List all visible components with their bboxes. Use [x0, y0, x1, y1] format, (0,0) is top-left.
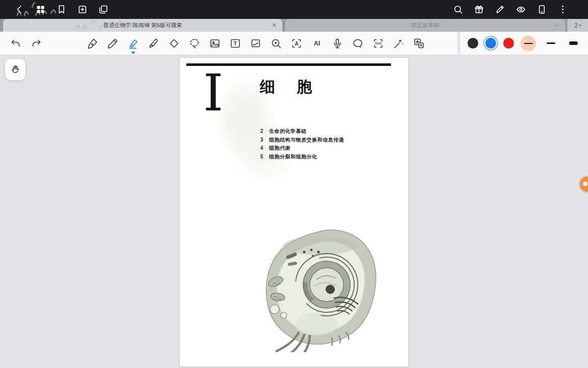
tab-close-button[interactable]: ✕ — [555, 22, 559, 28]
text-recognition-icon: A — [290, 37, 303, 50]
more-dots-icon — [557, 4, 568, 15]
svg-text:AI: AI — [314, 40, 320, 47]
svg-text:A: A — [420, 43, 423, 48]
tool-microphone[interactable] — [331, 37, 344, 50]
document-tab-bar: 普通生物学 陈阅增 第5版可搜索 ✕ 第五版草稿 ✕ 2 ▾ — [0, 19, 588, 32]
color-swatch-red[interactable] — [503, 38, 514, 49]
eraser-icon — [168, 37, 180, 50]
thickness-thin[interactable] — [521, 36, 536, 51]
tool-lasso[interactable] — [188, 37, 201, 50]
highlighter-icon — [127, 37, 139, 50]
shape-icon — [250, 37, 262, 50]
thickness-thick[interactable] — [566, 36, 581, 51]
bookmark-icon — [56, 4, 67, 15]
tab-active-document[interactable]: 普通生物学 陈阅增 第5版可搜索 ✕ — [3, 19, 282, 32]
search-icon — [453, 4, 463, 15]
add-page-icon — [77, 4, 88, 15]
tool-shape[interactable] — [249, 37, 262, 50]
record-dot-icon — [583, 181, 587, 186]
undo-button[interactable] — [9, 37, 22, 50]
tab-count-dropdown[interactable]: 2 ▾ — [567, 19, 588, 32]
tools-panel: T A AI — [0, 32, 457, 55]
search-button[interactable] — [452, 4, 464, 16]
chapter-list: 2 生命的化学基础 3 细胞结构与物质交换和信息传递 4 细胞代谢 5 细胞分裂… — [260, 129, 344, 163]
color-swatch-black[interactable] — [468, 38, 478, 49]
chapter-number: 4 — [260, 146, 264, 151]
tool-ballpoint-pen[interactable] — [106, 37, 119, 50]
back-button[interactable] — [13, 4, 26, 16]
annotation-toolbar: T A AI — [0, 32, 588, 55]
tab-title: 第五版草稿 — [411, 21, 439, 29]
tool-ai[interactable]: AI — [310, 37, 324, 50]
tool-comment[interactable] — [351, 37, 364, 50]
tool-text-box[interactable]: T — [229, 37, 242, 50]
microphone-icon — [331, 37, 344, 50]
color-swatch-blue[interactable] — [485, 38, 496, 49]
tool-translate[interactable]: A — [412, 37, 426, 50]
chapter-number: 3 — [260, 137, 264, 143]
chevron-down-icon: ▾ — [579, 23, 581, 28]
color-thickness-panel — [460, 32, 588, 55]
tab-inactive-document[interactable]: 第五版草稿 ✕ — [285, 19, 565, 32]
duplicate-page-button[interactable] — [97, 4, 109, 16]
add-page-button[interactable] — [76, 4, 88, 16]
chapter-number: 2 — [260, 129, 264, 134]
list-item: 5 细胞分裂和细胞分化 — [260, 154, 344, 160]
page-title: 细 胞 — [260, 77, 321, 98]
top-navigation-bar — [0, 0, 588, 19]
back-chevron-icon — [14, 4, 25, 15]
view-mode-button[interactable] — [514, 4, 527, 16]
tool-magnifier[interactable] — [270, 37, 283, 50]
part-number: I — [203, 67, 224, 119]
screen-record-button[interactable] — [580, 176, 588, 192]
hand-gesture-icon — [10, 64, 21, 75]
device-frame-button[interactable] — [535, 4, 548, 16]
brush-pen-icon — [148, 37, 160, 50]
pages-overview-button[interactable] — [34, 4, 46, 16]
chapter-number: 5 — [260, 154, 264, 160]
duplicate-page-icon — [98, 4, 109, 15]
svg-text:OCR: OCR — [375, 42, 381, 45]
bookmark-button[interactable] — [55, 4, 67, 16]
svg-text:A: A — [295, 40, 298, 46]
floating-tool-button[interactable] — [5, 59, 26, 80]
annotate-button[interactable] — [494, 4, 506, 16]
gift-button[interactable] — [473, 4, 485, 16]
image-icon — [209, 37, 221, 50]
tool-insert-image[interactable] — [208, 37, 222, 50]
lasso-icon — [188, 37, 201, 50]
tool-laser-pointer[interactable] — [392, 37, 405, 50]
list-item: 2 生命的化学基础 — [260, 129, 344, 134]
chapter-title: 细胞结构与物质交换和信息传递 — [269, 137, 344, 143]
tab-count-value: 2 — [574, 22, 578, 29]
laser-pointer-icon — [393, 37, 405, 50]
chapter-title: 细胞分裂和细胞分化 — [269, 154, 317, 160]
grid-icon — [35, 4, 46, 15]
tab-close-button[interactable]: ✕ — [272, 22, 277, 28]
svg-text:T: T — [234, 40, 237, 47]
tool-fountain-pen[interactable] — [86, 37, 99, 50]
tool-ocr[interactable]: OCR — [372, 37, 385, 50]
text-box-icon: T — [229, 37, 241, 50]
chapter-title: 生命的化学基础 — [269, 129, 307, 134]
tool-eraser[interactable] — [167, 37, 181, 50]
tool-text-recognition[interactable]: A — [290, 37, 303, 50]
tab-title: 普通生物学 陈阅增 第5版可搜索 — [103, 21, 182, 29]
cell-illustration — [255, 224, 384, 352]
undo-icon — [10, 37, 22, 50]
thickness-medium[interactable] — [543, 36, 558, 51]
list-item: 4 细胞代谢 — [260, 146, 344, 151]
redo-button[interactable] — [30, 37, 43, 50]
device-icon — [536, 4, 547, 15]
chapter-title: 细胞代谢 — [269, 146, 290, 151]
tool-brush-pen[interactable] — [147, 37, 160, 50]
tool-highlighter[interactable] — [127, 37, 140, 50]
fountain-pen-icon — [86, 37, 99, 50]
redo-icon — [30, 37, 42, 50]
more-menu-button[interactable] — [556, 4, 569, 16]
comment-icon — [352, 37, 364, 50]
topbar-left-group — [13, 4, 109, 16]
app-screen: 普通生物学 陈阅增 第5版可搜索 ✕ 第五版草稿 ✕ 2 ▾ — [0, 0, 588, 368]
document-page[interactable]: I 细 胞 2 生命的化学基础 3 细胞结构与物质交换和信息传递 4 细胞代谢 … — [180, 58, 408, 366]
list-item: 3 细胞结构与物质交换和信息传递 — [260, 137, 344, 143]
